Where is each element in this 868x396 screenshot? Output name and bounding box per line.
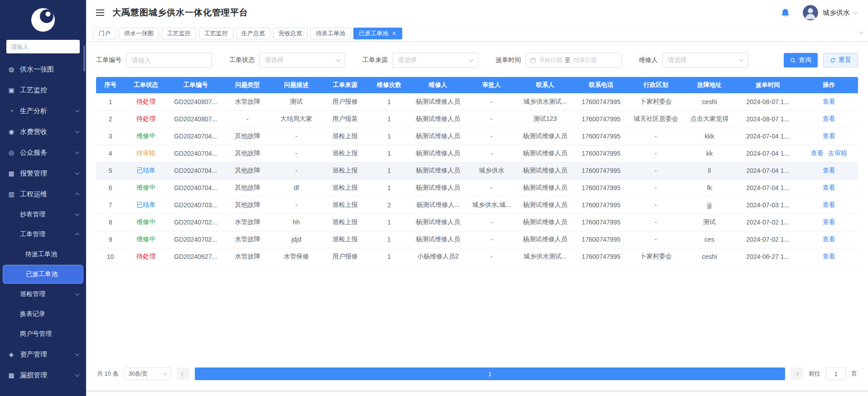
table-row: 2待处理GD20240807...-大结局大家用户报装1杨测试维修人员-测试12…	[96, 110, 858, 128]
table-row: 4待审核GD20240704...其他故障-巡检上报1杨测试维修人员-杨测试维修…	[96, 145, 858, 162]
sidebar-menu: ◍供水一张图▣工艺监控◔生产分析◉水费营收◎公众服务▦报警管理▥工程运维抄表管理…	[0, 59, 86, 396]
cell-problem-desc: 测试	[271, 93, 321, 110]
cell-phone: 17600747995	[574, 128, 628, 145]
sidebar-scrollbar-thumb[interactable]	[83, 45, 85, 72]
cell-problem-type: 其他故障	[224, 128, 271, 145]
view-link[interactable]: 查看	[823, 253, 835, 260]
tab-item[interactable]: 工艺监控	[199, 28, 233, 39]
tab-item[interactable]: 门户	[93, 28, 116, 39]
go-audit-link[interactable]: 去审核	[828, 149, 847, 157]
reset-button[interactable]: 重置	[823, 53, 858, 67]
sidebar-item[interactable]: 换表记录	[0, 304, 86, 324]
cell-dispatch-time: 2024-06-27 1...	[736, 248, 800, 265]
cell-seq: 9	[96, 231, 125, 248]
chevron-down-icon	[75, 291, 80, 296]
dispatch-time-range-picker[interactable]: 开始日期 至 结束日期	[526, 52, 622, 68]
sidebar-item[interactable]: 商户号管理	[0, 324, 86, 344]
cell-phone: 17600747995	[574, 196, 628, 214]
sidebar-item[interactable]: 工单管理	[0, 224, 86, 244]
view-link[interactable]: 查看	[811, 149, 824, 157]
cell-problem-desc: -	[271, 128, 321, 145]
cell-phone: 17600747995	[574, 110, 628, 128]
user-name[interactable]: 城乡供水	[823, 9, 850, 17]
cell-seq: 7	[96, 196, 125, 214]
order-no-input[interactable]	[126, 52, 212, 68]
water-map-icon: ◍	[7, 66, 15, 73]
prev-page-button[interactable]	[177, 367, 189, 380]
sidebar-item[interactable]: 待派工单池	[0, 244, 86, 264]
cell-address: 测试	[683, 214, 736, 231]
table-row: 10待处理GD20240627...水管故障水管保修用户报修1小杨维修人员2-城…	[96, 248, 858, 265]
status-select[interactable]: 请选择	[259, 52, 345, 68]
cell-problem-desc: df	[271, 179, 321, 196]
sidebar-item[interactable]: ▦报警管理	[0, 163, 86, 184]
tab-item[interactable]: 工艺监控	[162, 28, 196, 39]
page-number-button[interactable]: 1	[195, 367, 785, 380]
view-link[interactable]: 查看	[823, 218, 835, 225]
cell-phone: 17600747995	[574, 248, 628, 265]
notification-bell-icon[interactable]	[781, 8, 790, 18]
app: ◍供水一张图▣工艺监控◔生产分析◉水费营收◎公众服务▦报警管理▥工程运维抄表管理…	[0, 0, 868, 396]
sidebar-item[interactable]: 巡检管理	[0, 284, 86, 304]
tab-list-chevron-icon[interactable]	[859, 30, 863, 34]
table-row: 6维修中GD20240704...其他故障df巡检上报1杨测试维修人员-杨测试维…	[96, 179, 858, 196]
sidebar-item[interactable]: ◉水费营收	[0, 121, 86, 142]
view-link[interactable]: 查看	[823, 98, 835, 105]
user-menu-chevron-icon[interactable]	[854, 10, 858, 14]
cell-district: 卜家村委会	[628, 93, 683, 110]
tab-bar: 门户供水一张图工艺监控工艺监控生产总览营收总览待派工单池已派工单池	[86, 25, 868, 42]
cell-district: -	[628, 231, 683, 248]
view-link[interactable]: 查看	[823, 184, 835, 191]
public-service-icon: ◎	[7, 149, 15, 156]
tab-item[interactable]: 生产总览	[236, 28, 270, 39]
user-avatar[interactable]	[803, 5, 818, 20]
sidebar-item-label: 水费营收	[20, 128, 76, 136]
sidebar-item[interactable]: ▥工程运维	[0, 184, 86, 205]
goto-page-input[interactable]: 1	[826, 367, 846, 380]
sidebar-item-active[interactable]: 已派工单池	[3, 265, 83, 284]
sidebar-item[interactable]: ◈资产管理	[0, 344, 86, 365]
sidebar-item[interactable]: ◍供水一张图	[0, 59, 86, 80]
sidebar-item[interactable]: ▣工艺监控	[0, 80, 86, 100]
sidebar-item-label: 报警管理	[20, 169, 76, 178]
view-link[interactable]: 查看	[823, 115, 835, 122]
source-select[interactable]: 请选择	[392, 52, 478, 68]
sidebar-item[interactable]: ◔生产分析	[0, 100, 86, 121]
page-size-select[interactable]: 30条/页	[124, 367, 171, 380]
view-link[interactable]: 查看	[823, 167, 835, 174]
cell-status: 维修中	[125, 214, 168, 231]
search-button[interactable]: 查询	[784, 53, 818, 67]
tab-active[interactable]: 已派工单池	[353, 28, 402, 39]
chevron-down-icon	[75, 129, 80, 134]
view-link[interactable]: 查看	[823, 132, 835, 139]
sidebar-item[interactable]: ▩漏损管理	[0, 365, 86, 386]
tab-item[interactable]: 营收总览	[273, 28, 308, 39]
sidebar-search-input[interactable]	[6, 40, 80, 53]
sidebar-item[interactable]: ◎公众服务	[0, 142, 86, 163]
sidebar-item-label: 公众服务	[20, 148, 76, 157]
chevron-down-icon	[75, 212, 80, 216]
view-link[interactable]: 查看	[823, 201, 835, 208]
tab-item[interactable]: 待派工单池	[310, 28, 351, 39]
cell-seq: 4	[96, 145, 125, 162]
sidebar-item[interactable]: 抄表管理	[0, 205, 86, 224]
close-tab-icon[interactable]	[391, 31, 397, 36]
tab-item[interactable]: 供水一张图	[119, 28, 159, 39]
cell-actions: 查看	[800, 179, 858, 196]
view-link[interactable]: 查看	[823, 235, 835, 243]
collapse-menu-icon[interactable]	[96, 10, 104, 16]
cell-seq: 1	[96, 93, 125, 110]
page-title: 大禹慧图城乡供水一体化管理平台	[112, 7, 248, 19]
chevron-up-icon	[75, 233, 80, 238]
cell-seq: 10	[96, 248, 125, 265]
cell-repairer: 杨测试维修人员	[410, 93, 467, 110]
filter-dispatch-time: 派单时间 开始日期 至 结束日期	[496, 52, 622, 68]
cell-problem-desc: jdjd	[271, 231, 321, 248]
repairer-select[interactable]: 请选择	[662, 52, 748, 68]
cell-district: -	[628, 162, 683, 179]
cell-phone: 17600747995	[574, 179, 628, 196]
cell-actions: 查看	[800, 231, 858, 248]
cell-actions: 查看	[800, 248, 858, 265]
next-page-button[interactable]	[791, 367, 803, 380]
search-icon	[790, 57, 796, 63]
